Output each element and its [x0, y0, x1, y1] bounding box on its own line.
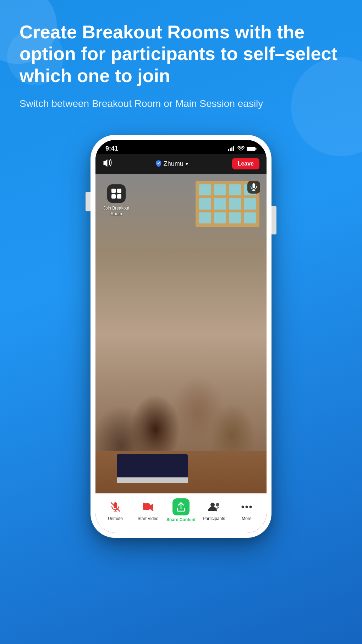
meeting-title: Zhumu ▾: [156, 160, 188, 168]
speaker-icon[interactable]: [103, 159, 112, 169]
hero-text-block: Create Breakout Rooms with the option fo…: [20, 21, 342, 110]
more-icon: [239, 499, 254, 514]
phone-screen: 9:41: [95, 140, 267, 533]
toolbar-item-more[interactable]: More: [232, 499, 261, 521]
laptop-screen: [117, 454, 188, 477]
join-breakout-room[interactable]: Join BreakoutRoom: [103, 184, 129, 217]
svg-rect-1: [230, 148, 231, 151]
hero-title: Create Breakout Rooms with the option fo…: [20, 21, 342, 87]
grid-cell: [111, 189, 116, 193]
sticky-note: [199, 212, 211, 223]
sticky-note: [199, 184, 211, 195]
video-background: Join BreakoutRoom: [95, 174, 267, 493]
sticky-note: [229, 212, 241, 223]
breakout-grid: [108, 185, 125, 202]
unmute-label: Unmute: [108, 516, 123, 521]
grid-cell: [117, 194, 121, 199]
wifi-icon: [237, 146, 245, 151]
breakout-label: Join BreakoutRoom: [103, 206, 129, 217]
more-label: More: [242, 516, 251, 521]
phone-mockup: 9:41: [90, 135, 272, 538]
status-icons: [228, 146, 257, 151]
hero-subtitle: Switch between Breakout Room or Main Ses…: [20, 97, 342, 110]
toolbar-item-start-video[interactable]: Start Video: [134, 499, 162, 521]
svg-rect-4: [247, 147, 255, 151]
svg-rect-0: [228, 149, 229, 151]
svg-rect-5: [256, 148, 257, 150]
phone-outer-shell: 9:41: [90, 135, 272, 538]
svg-rect-6: [253, 183, 255, 188]
grid-cell: [117, 189, 121, 193]
svg-point-18: [241, 506, 244, 508]
app-header: Zhumu ▾ Leave: [95, 154, 267, 174]
leave-button[interactable]: Leave: [232, 158, 259, 169]
meeting-name: Zhumu: [164, 160, 183, 168]
sticky-note: [214, 198, 226, 209]
laptop: [117, 454, 188, 483]
svg-point-19: [245, 506, 248, 508]
sticky-note: [199, 198, 211, 209]
sticky-note: [214, 212, 226, 223]
svg-rect-14: [143, 503, 150, 510]
grid-cell: [111, 194, 116, 199]
table-surface: [95, 451, 267, 493]
signal-icon: [228, 146, 235, 151]
phone-notch: [156, 140, 206, 151]
mic-muted-indicator: [247, 181, 260, 194]
sticky-note: [244, 198, 256, 209]
svg-rect-3: [233, 146, 234, 151]
svg-rect-2: [231, 147, 232, 151]
sticky-note: [214, 184, 226, 195]
breakout-room-icon: [107, 184, 126, 203]
svg-point-20: [249, 506, 252, 508]
toolbar-item-participants[interactable]: Participants: [200, 499, 228, 521]
battery-icon: [247, 146, 257, 151]
bottom-toolbar: Unmute Start Video: [95, 493, 267, 533]
dropdown-arrow[interactable]: ▾: [186, 161, 188, 167]
share-content-label: Share Content: [166, 517, 196, 522]
toolbar-item-unmute[interactable]: Unmute: [101, 499, 130, 521]
unmute-icon: [108, 499, 123, 514]
start-video-icon: [141, 499, 155, 514]
sticky-note: [244, 212, 256, 223]
start-video-label: Start Video: [137, 516, 158, 521]
shield-icon: [156, 160, 161, 168]
toolbar-item-share-content[interactable]: Share Content: [166, 498, 196, 522]
svg-point-16: [210, 503, 215, 507]
sticky-note: [229, 184, 241, 195]
share-content-icon: [172, 498, 190, 515]
video-area: Join BreakoutRoom: [95, 174, 267, 493]
svg-point-17: [216, 503, 219, 507]
participants-icon: [207, 499, 221, 514]
sticky-note: [229, 198, 241, 209]
participants-label: Participants: [203, 516, 225, 521]
status-time: 9:41: [105, 145, 118, 152]
